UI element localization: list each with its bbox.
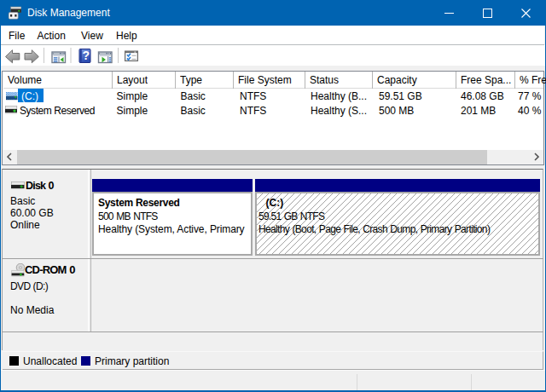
svg-text:?: ?	[83, 49, 90, 62]
